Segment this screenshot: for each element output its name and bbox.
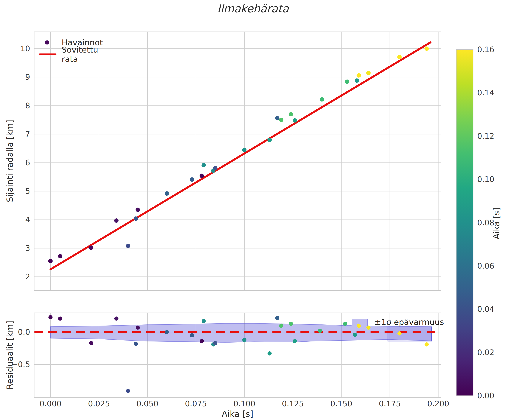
scatter-point [318,329,322,333]
main-grid [34,32,441,291]
colorbar-tick-label: 0.00 [477,391,494,400]
y-tick-label: 9 [25,73,30,81]
colorbar-tick-label: 0.14 [477,88,494,97]
scatter-point [213,341,217,345]
y-tick-label: 6 [25,158,30,167]
y-tick-label: 8 [25,101,30,110]
scatter-point [200,174,204,178]
main-frame [34,32,441,291]
scatter-point [267,351,272,355]
x-tick-label: 0.050 [136,399,158,408]
scatter-point [126,244,130,248]
scatter-point [293,118,297,123]
colorbar-label: Aika [s] [492,208,501,239]
scatter-point [357,73,361,78]
scatter-point [320,97,324,102]
x-tick-label: 0.000 [40,399,61,408]
scatter-point [242,338,246,342]
scatter-point [279,324,283,328]
main-y-tick-labels: 2345678910 [20,44,30,281]
y-tick-label: 7 [25,129,30,139]
legend-entry-sovitettu-rata: Sovitettu rata [62,45,98,64]
scatter-point [355,78,359,83]
scatter-point [136,325,140,330]
x-tick-label: 0.150 [330,399,352,408]
scatter-point [48,259,53,263]
scatter-point [293,339,297,343]
main-y-axis-label: Sijainti radalla [km] [5,120,15,202]
colorbar-tick-label: 0.04 [477,305,494,314]
scatter-point [165,330,169,334]
scatter-point [279,118,283,122]
scatter-point [397,55,402,59]
scatter-point [213,166,218,170]
scatter-point [89,341,93,345]
scatter-point [275,116,280,120]
y-tick-label: 3 [25,244,30,253]
scatter-point [345,80,349,84]
scatter-point [425,46,429,51]
y-tick-label: 5 [25,187,30,196]
scatter-point [289,322,293,326]
legend-line-marker [39,54,56,55]
x-tick-label: 0.125 [282,399,304,408]
scatter-point [89,245,93,250]
scatter-point [165,191,169,196]
residual-y-axis-label: Residuaalit [km] [5,321,15,389]
scatter-point [136,208,140,212]
scatter-point [202,319,206,323]
scatter-point [242,148,246,152]
scatter-point [126,389,130,393]
scatter-point [289,112,293,116]
y-tick-label: 10 [20,44,30,53]
uncertainty-band-step [388,327,432,341]
colorbar-tick-label: 0.16 [477,45,494,54]
y-tick-label: 0.0 [18,328,30,337]
colorbar-tick-label: 0.02 [477,348,494,357]
colorbar-gradient [456,50,473,396]
scatter-point [58,254,62,258]
scatter-point [275,316,279,320]
y-tick-label: 4 [25,215,30,224]
scatter-point [366,325,371,330]
scatter-point [58,316,62,320]
scatter-point [200,339,204,343]
scatter-point [267,138,272,142]
scatter-point [134,342,138,346]
colorbar-tick-label: 0.10 [477,175,494,184]
observations-scatter [48,46,429,263]
x-tick-label: 0.100 [233,399,255,408]
colorbar-tick-label: 0.12 [477,132,494,141]
scatter-point [425,342,429,346]
scatter-point [114,218,119,223]
residuals-x-tick-labels: 0.0000.0250.0500.0750.1000.1250.1500.175… [40,399,449,408]
x-tick-label: 0.200 [427,399,449,408]
figure: 23456789100.0−0.50.0000.0250.0500.0750.1… [0,0,506,420]
colorbar-tick-label: 0.06 [477,261,494,271]
x-tick-label: 0.075 [185,399,207,408]
scatter-point [357,324,361,328]
y-tick-label: 2 [25,272,30,281]
x-tick-label: 0.025 [88,399,110,408]
scatter-point [190,333,194,337]
x-axis-label: Aika [s] [222,409,253,419]
scatter-point [190,177,194,182]
scatter-point [201,163,206,167]
x-tick-label: 0.175 [379,399,401,408]
scatter-point [48,315,53,319]
legend-point-marker [45,41,49,45]
scatter-point [397,331,402,335]
scatter-point [366,71,371,75]
fit-line [50,42,431,269]
uncertainty-annotation: ±1σ epävarmuus [374,317,444,327]
chart-title: Ilmakehärata [0,2,506,15]
scatter-point [343,322,347,326]
scatter-point [353,333,357,337]
scatter-point [133,216,138,221]
scatter-point [114,316,119,320]
